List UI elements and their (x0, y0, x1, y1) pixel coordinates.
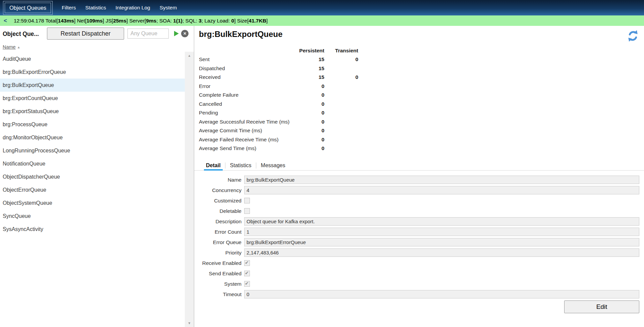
restart-dispatcher-button[interactable]: Restart Dispatcher (47, 28, 124, 40)
queue-list-item[interactable]: ObjectDispatcherQueue (0, 170, 185, 183)
name-column-label[interactable]: Name (3, 44, 16, 50)
stat-value-persistent: 15 (291, 74, 324, 80)
scroll-up-icon[interactable]: ▲ (185, 54, 194, 57)
stat-label: Average Failed Receive Time (ms) (199, 137, 291, 143)
send-enabled-checkbox[interactable]: ✔ (244, 271, 250, 276)
queue-list-item[interactable]: brg:BulkExportErrorQueue (0, 65, 185, 79)
top-nav-bar: Object QueuesFiltersStatisticsIntegratio… (0, 0, 644, 15)
form-row-error-count: Error Count1 (194, 227, 639, 237)
form-row-priority: Priority2,147,483,646 (194, 247, 639, 258)
priority-field[interactable]: 2,147,483,646 (244, 248, 639, 257)
queue-list-scrollbar[interactable]: ▲ ▼ (185, 52, 194, 327)
check-icon: ✔ (245, 260, 249, 266)
concurrency-label: Concurrency (194, 187, 244, 193)
status-segment: ] JS[ (103, 18, 113, 24)
stat-row: Sent 15 0 (199, 55, 358, 64)
queue-list-item[interactable]: ObjectSystemQueue (0, 196, 185, 209)
scroll-down-icon[interactable]: ▼ (185, 321, 194, 325)
status-segment: 3 (199, 18, 202, 24)
queue-list-item[interactable]: SysAsyncActivity (0, 223, 185, 236)
customized-label: Customized (194, 198, 244, 204)
tab[interactable]: Messages (260, 160, 286, 170)
status-segment: 9ms (146, 18, 156, 24)
concurrency-field[interactable]: 4 (244, 186, 639, 194)
stat-label: Error (199, 83, 291, 89)
queue-list-item[interactable]: dng:MonitorObjectQueue (0, 131, 185, 144)
priority-label: Priority (194, 250, 244, 256)
nav-item[interactable]: Filters (57, 5, 80, 11)
form-row-concurrency: Concurrency4 (194, 185, 639, 195)
queue-list-item[interactable]: ObjectErrorQueue (0, 183, 185, 196)
stat-value-transient: 0 (324, 74, 358, 80)
nav-item[interactable]: Integration Log (111, 5, 155, 11)
system-checkbox[interactable]: ✔ (244, 281, 250, 287)
status-segment: ] Net[ (74, 18, 87, 24)
run-filter-icon[interactable] (174, 31, 179, 36)
detail-form: Namebrg:BulkExportQueueConcurrency4Custo… (194, 175, 639, 299)
queue-list-item[interactable]: brg:BulkExportQueue (0, 79, 185, 92)
status-segment: ] (266, 18, 268, 24)
stat-label: Cancelled (199, 101, 291, 107)
stat-row: Cancelled 0 (199, 100, 358, 109)
queue-list-item[interactable]: brg:ProcessQueue (0, 118, 185, 131)
stat-row: Received 15 0 (199, 73, 358, 82)
stat-label: Pending (199, 110, 291, 116)
error-count-label: Error Count (194, 229, 244, 235)
form-row-receive-enabled: Receive Enabled✔ (194, 258, 639, 268)
queue-list-item[interactable]: LongRunningProcessQueue (0, 144, 185, 157)
receive-enabled-checkbox[interactable]: ✔ (244, 260, 250, 266)
description-field[interactable]: Object queue for Kafka export. (244, 217, 639, 226)
name-field[interactable]: brg:BulkExportQueue (244, 176, 639, 184)
tab[interactable]: Detail (205, 160, 222, 170)
receive-enabled-label: Receive Enabled (194, 260, 244, 266)
form-row-send-enabled: Send Enabled✔ (194, 268, 639, 279)
form-row-error-queue: Error Queuebrg:BulkExportErrorQueue (194, 237, 639, 247)
refresh-icon[interactable] (627, 30, 639, 42)
stat-label: Average Successful Receive Time (ms) (199, 119, 291, 125)
stat-row: Pending 0 (199, 108, 358, 118)
description-label: Description (194, 219, 244, 225)
check-icon: ✔ (245, 270, 249, 276)
stat-row: Average Failed Receive Time (ms) 0 (199, 135, 358, 144)
status-bar: < 12:59:04.178 Total[143ms] Net[109ms] J… (0, 15, 644, 26)
queue-list-item[interactable]: AuditQueue (0, 52, 185, 65)
deletable-checkbox[interactable] (244, 208, 250, 214)
queue-list-item[interactable]: brg:ExportCountQueue (0, 92, 185, 105)
error-queue-field[interactable]: brg:BulkExportErrorQueue (244, 238, 639, 246)
back-icon[interactable]: < (4, 17, 7, 24)
queue-list: AuditQueuebrg:BulkExportErrorQueuebrg:Bu… (0, 52, 185, 236)
error-count-field[interactable]: 1 (244, 228, 639, 236)
system-label: System (194, 281, 244, 287)
nav-item[interactable]: Statistics (80, 5, 111, 11)
stat-value-persistent: 0 (291, 145, 324, 151)
deletable-label: Deletable (194, 208, 244, 214)
persistent-column-header: Persistent (291, 48, 324, 54)
form-row-customized: Customized (194, 195, 639, 206)
status-segment: Total[ (44, 18, 58, 24)
stat-value-persistent: 0 (291, 110, 324, 116)
status-segment: ; SQL: (182, 18, 199, 24)
nav-item[interactable]: System (155, 5, 182, 11)
stat-value-persistent: 15 (291, 56, 324, 62)
queue-search-input[interactable] (127, 29, 169, 39)
customized-checkbox[interactable] (244, 198, 250, 203)
stat-value-persistent: 0 (291, 92, 324, 98)
nav-item[interactable]: Object Queues (5, 3, 51, 13)
queue-list-item[interactable]: SyncQueue (0, 209, 185, 223)
check-icon: ✔ (245, 281, 249, 286)
edit-button[interactable]: Edit (564, 300, 639, 313)
tab[interactable]: Statistics (229, 160, 253, 170)
form-row-name: Namebrg:BulkExportQueue (194, 175, 639, 185)
queue-detail-title: brg:BulkExportQueue (199, 30, 282, 39)
queue-list-item[interactable]: brg:ExportStatusQueue (0, 105, 185, 118)
timeout-field[interactable]: 0 (244, 290, 639, 298)
queue-stats-table: Persistent Transient Sent 15 0 Dispatche… (199, 46, 358, 153)
error-queue-label: Error Queue (194, 239, 244, 245)
queue-list-item[interactable]: NotificationQueue (0, 157, 185, 170)
status-segment: ; Lazy Load: (202, 18, 231, 24)
status-text: 12:59:04.178 Total[143ms] Net[109ms] JS[… (14, 18, 268, 24)
stats-header-row: Persistent Transient (199, 46, 358, 55)
name-column-header[interactable]: Name▲ (3, 44, 20, 50)
clear-filter-icon[interactable]: ✕ (181, 30, 189, 37)
send-enabled-label: Send Enabled (194, 271, 244, 277)
